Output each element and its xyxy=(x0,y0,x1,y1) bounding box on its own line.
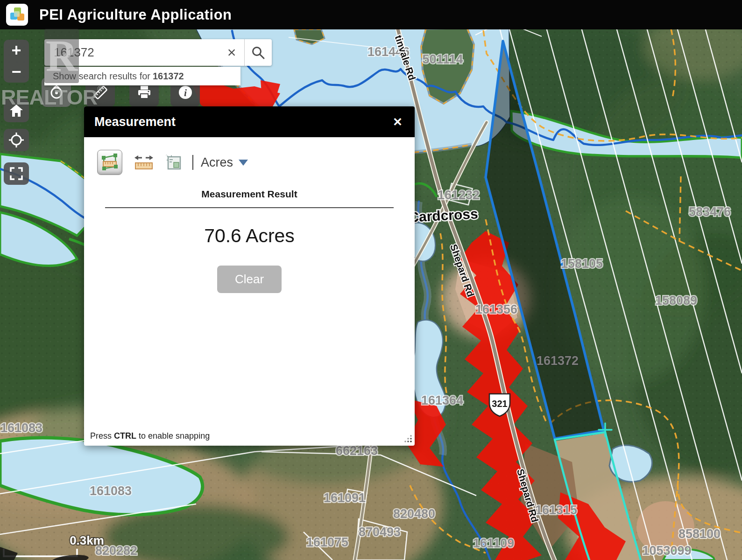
suggestion-term: 161372 xyxy=(153,71,184,82)
map-label-parcel: 583476 xyxy=(689,205,731,219)
map-label-parcel: 501114 xyxy=(422,52,463,66)
toolbar-separator xyxy=(192,155,193,170)
map-label-parcel: 1053099 xyxy=(642,544,691,558)
area-measure-icon xyxy=(100,153,119,172)
area-measure-button[interactable] xyxy=(97,150,122,175)
search-suggestion[interactable]: Show search results for 161372 xyxy=(44,67,240,85)
zoom-in-button[interactable]: + xyxy=(4,40,29,61)
printer-icon xyxy=(136,84,153,101)
map-label-parcel: 870493 xyxy=(359,525,401,539)
circle-ring-icon xyxy=(49,84,64,100)
result-divider xyxy=(105,207,394,208)
info-icon: i xyxy=(177,84,194,101)
suggestion-prefix: Show search results for xyxy=(53,71,150,82)
resize-handle[interactable] xyxy=(403,434,412,443)
location-measure-button[interactable] xyxy=(165,154,182,171)
crosshair-icon xyxy=(9,133,24,147)
home-icon xyxy=(9,104,23,117)
map-label-parcel: 161356 xyxy=(475,302,517,316)
result-heading: Measurement Result xyxy=(84,189,415,200)
snapping-hint: Press CTRL to enable snapping xyxy=(90,431,210,441)
svg-text:i: i xyxy=(184,87,187,98)
clear-button[interactable]: Clear xyxy=(217,266,282,293)
search-icon xyxy=(251,46,265,60)
map-label-parcel: 858100 xyxy=(678,527,721,541)
map-label-parcel: 161364 xyxy=(421,393,463,407)
map-label-parcel: 161083 xyxy=(0,421,42,435)
map-label-parcel: 158105 xyxy=(561,257,603,271)
distance-measure-icon xyxy=(134,154,154,171)
caret-down-icon[interactable] xyxy=(239,160,248,166)
app-header: PEI Agriculture Application xyxy=(0,0,742,29)
map-label-parcel: 161109 xyxy=(473,536,515,550)
distance-measure-button[interactable] xyxy=(134,154,154,171)
map-label-scale: 0.3km xyxy=(70,533,104,547)
dialog-title: Measurement xyxy=(94,115,393,129)
measurement-toolbar: Acres xyxy=(97,149,415,175)
zoom-out-button[interactable]: − xyxy=(4,61,29,83)
map-label-parcel: 158089 xyxy=(655,294,697,308)
map-label-parcel: 161232 xyxy=(438,188,480,202)
dialog-header[interactable]: Measurement ✕ xyxy=(84,106,415,137)
home-button[interactable] xyxy=(4,99,29,122)
map-label-parcel-dark: 161372 xyxy=(537,354,579,368)
app-window: 1614465011141612325834761581051580891613… xyxy=(0,0,742,560)
locate-button[interactable] xyxy=(4,129,29,151)
search-submit-button[interactable] xyxy=(245,39,272,66)
ruler-icon xyxy=(92,84,109,101)
unit-dropdown[interactable]: Acres xyxy=(201,155,233,170)
measurement-dialog: Measurement ✕ xyxy=(84,106,415,446)
search-input[interactable]: 161372 xyxy=(44,39,219,66)
map-label-parcel: 662163 xyxy=(336,444,378,458)
map-label-parcel: 161091 xyxy=(324,491,366,505)
map-label-parcel: 820480 xyxy=(393,507,435,521)
app-title: PEI Agriculture Application xyxy=(39,7,232,23)
search-clear-button[interactable]: × xyxy=(219,39,244,66)
result-value: 70.6 Acres xyxy=(84,225,415,247)
map-label-parcel: 161315 xyxy=(535,503,577,517)
close-icon[interactable]: ✕ xyxy=(393,115,403,129)
map-label-parcel: 161083 xyxy=(90,484,132,498)
fullscreen-icon xyxy=(10,167,23,180)
zoom-control: + − xyxy=(4,40,29,83)
app-logo xyxy=(6,4,28,26)
location-measure-icon xyxy=(165,154,182,171)
map-label-shield: 321 xyxy=(492,399,507,409)
search-bar: 161372 × xyxy=(44,39,272,66)
fullscreen-button[interactable] xyxy=(4,162,29,185)
map-label-parcel: 161075 xyxy=(306,535,348,549)
cubes-logo-icon xyxy=(8,6,26,24)
